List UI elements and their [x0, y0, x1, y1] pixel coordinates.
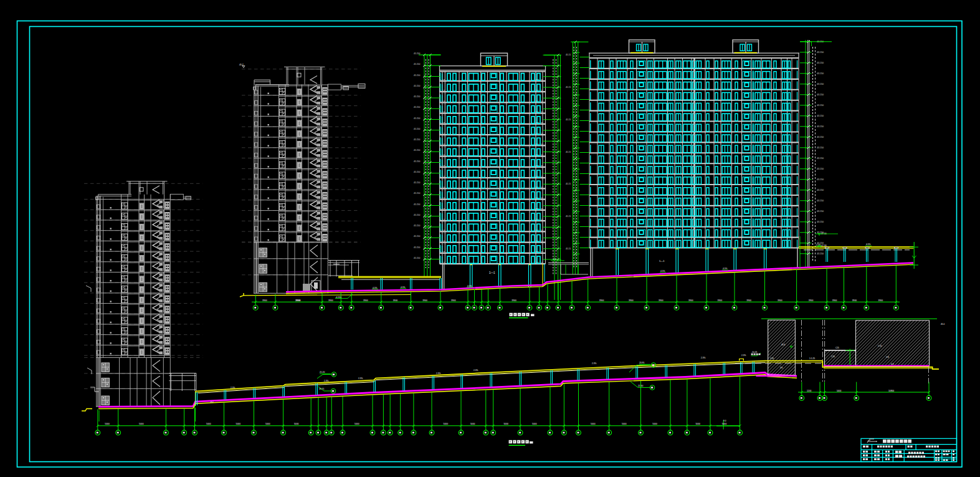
svg-text:3%: 3% — [780, 367, 783, 369]
svg-text:45.15: 45.15 — [566, 86, 571, 89]
svg-text:3900: 3900 — [659, 299, 664, 302]
svg-text:3900: 3900 — [809, 299, 814, 302]
svg-text:45.150: 45.150 — [414, 95, 420, 98]
svg-text:43.150: 43.150 — [817, 136, 824, 138]
svg-text:5000: 5000 — [294, 423, 299, 425]
svg-text:3900: 3900 — [852, 299, 857, 302]
svg-text:2:8: 2:8 — [886, 356, 889, 359]
svg-text:-4.550: -4.550 — [335, 296, 341, 299]
svg-text:1200: 1200 — [807, 390, 812, 392]
svg-text:45.150: 45.150 — [414, 149, 420, 152]
svg-text:45.15: 45.15 — [566, 54, 571, 56]
svg-text:1—1: 1—1 — [659, 259, 665, 263]
svg-text:43.150: 43.150 — [817, 200, 824, 202]
svg-text:3900: 3900 — [629, 299, 634, 302]
svg-text:43.150: 43.150 — [817, 210, 824, 213]
svg-text:2.3%: 2.3% — [324, 380, 328, 382]
svg-text:45.150: 45.150 — [414, 74, 420, 77]
svg-text:1:10: 1:10 — [878, 345, 882, 347]
svg-text:43.150: 43.150 — [817, 94, 824, 96]
svg-text:45.15: 45.15 — [566, 215, 571, 218]
svg-text:45.150: 45.150 — [414, 85, 420, 87]
svg-text:2.3%: 2.3% — [231, 387, 235, 389]
svg-text:5000: 5000 — [622, 423, 627, 425]
svg-text:2.3%: 2.3% — [701, 357, 705, 359]
svg-text:1:1.25: 1:1.25 — [809, 357, 815, 360]
svg-text:5000: 5000 — [105, 423, 110, 425]
svg-text:43.150: 43.150 — [817, 168, 824, 170]
svg-text:43.150: 43.150 — [817, 125, 824, 128]
svg-text:3900: 3900 — [778, 299, 783, 302]
svg-text:-10.25: -10.25 — [751, 351, 758, 354]
svg-text:43.150: 43.150 — [817, 221, 824, 223]
svg-text:45.0: 45.0 — [941, 323, 944, 325]
svg-text:5000: 5000 — [722, 423, 727, 425]
svg-text:5000: 5000 — [503, 423, 508, 425]
svg-text:2.3%: 2.3% — [741, 354, 746, 357]
svg-text:45.150: 45.150 — [414, 138, 420, 141]
svg-text:23.95: 23.95 — [639, 362, 644, 364]
svg-text:45.15: 45.15 — [566, 118, 571, 121]
svg-text:3.3: 3.3 — [553, 258, 556, 261]
svg-text:43.150: 43.150 — [817, 157, 824, 160]
svg-text:45.150: 45.150 — [414, 235, 420, 238]
svg-text:43.150: 43.150 — [817, 115, 824, 117]
svg-text:45.150: 45.150 — [414, 117, 420, 120]
svg-text:4.5%: 4.5% — [723, 267, 728, 270]
svg-text:2.3%: 2.3% — [592, 362, 596, 365]
svg-text:43.150: 43.150 — [817, 189, 824, 191]
svg-text:45.15: 45.15 — [566, 248, 571, 250]
svg-text:47.30: 47.30 — [821, 233, 827, 235]
svg-text:43.150: 43.150 — [817, 51, 824, 54]
svg-text:C15: C15 — [770, 357, 774, 360]
svg-text:45.2: 45.2 — [239, 64, 244, 66]
svg-text:3900: 3900 — [393, 299, 398, 302]
svg-text:45.150: 45.150 — [414, 106, 420, 108]
svg-text:45.150: 45.150 — [414, 214, 420, 216]
svg-text:21.20: 21.20 — [320, 371, 325, 373]
svg-text:4.5%: 4.5% — [373, 287, 378, 289]
svg-text:5000: 5000 — [444, 423, 449, 425]
svg-text:3900: 3900 — [296, 299, 301, 302]
svg-text:1—1: 1—1 — [489, 271, 495, 274]
svg-text:45.6: 45.6 — [781, 344, 785, 346]
svg-text:19.75: 19.75 — [319, 388, 324, 390]
svg-text:43.150: 43.150 — [817, 253, 824, 255]
svg-text:45.15: 45.15 — [566, 151, 571, 153]
svg-text:3900: 3900 — [599, 299, 604, 302]
svg-text:3900: 3900 — [688, 299, 693, 302]
svg-text:4.5%: 4.5% — [660, 270, 665, 272]
svg-text:C15: C15 — [831, 355, 835, 358]
svg-text:5000: 5000 — [206, 423, 211, 425]
svg-text:5000: 5000 — [139, 423, 144, 425]
svg-text:5000: 5000 — [695, 423, 700, 425]
svg-text:45.150: 45.150 — [414, 203, 420, 206]
svg-text:47.30: 47.30 — [821, 244, 827, 247]
svg-text:3900: 3900 — [511, 299, 516, 302]
svg-text:5000: 5000 — [532, 423, 537, 425]
svg-text:45.150: 45.150 — [414, 160, 420, 163]
svg-text:43.150: 43.150 — [817, 62, 824, 64]
svg-text:3900: 3900 — [422, 299, 427, 302]
svg-text:5000: 5000 — [470, 423, 475, 425]
svg-text:5000: 5000 — [652, 423, 657, 425]
svg-text:-8.4: -8.4 — [210, 401, 214, 403]
svg-text:3900: 3900 — [832, 299, 837, 302]
svg-text:3900: 3900 — [878, 299, 883, 302]
svg-text:5000: 5000 — [354, 423, 359, 425]
svg-text:45.150: 45.150 — [414, 257, 420, 259]
svg-text:43.150: 43.150 — [817, 178, 824, 181]
svg-text:43.150: 43.150 — [817, 72, 824, 75]
svg-text:45.150: 45.150 — [414, 63, 420, 65]
svg-text:4.5%: 4.5% — [866, 243, 871, 246]
svg-text:45.150: 45.150 — [414, 192, 420, 195]
svg-text:45.150: 45.150 — [414, 181, 420, 184]
svg-text:2.3%: 2.3% — [436, 372, 440, 375]
svg-text:5000: 5000 — [236, 423, 241, 425]
svg-text:5000: 5000 — [591, 423, 596, 425]
svg-text:45.150: 45.150 — [414, 128, 420, 130]
svg-text:5400: 5400 — [837, 390, 842, 392]
svg-text:3900: 3900 — [262, 299, 267, 302]
svg-text:4.5%: 4.5% — [401, 286, 406, 289]
svg-text:45.150: 45.150 — [414, 246, 420, 249]
